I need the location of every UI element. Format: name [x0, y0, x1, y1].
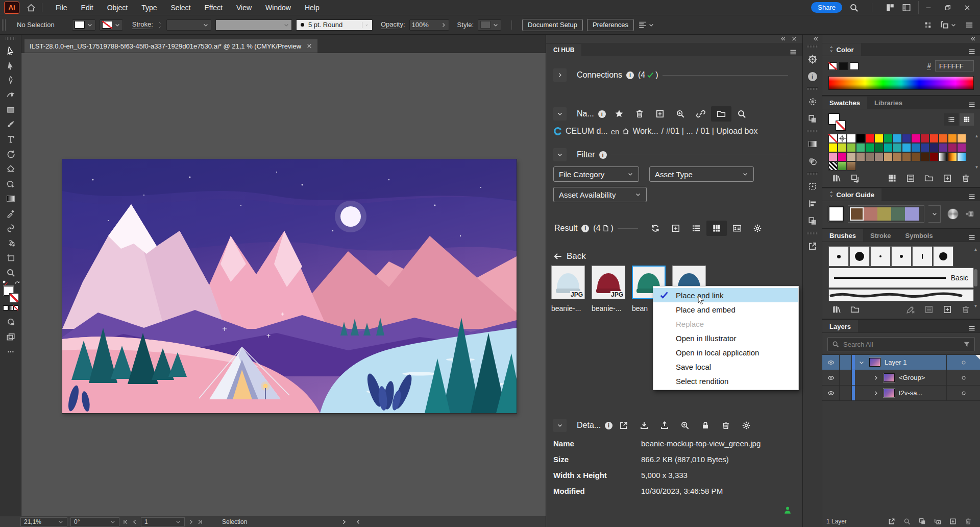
- color-swatch[interactable]: [893, 143, 902, 152]
- workspace-switcher-icon[interactable]: [902, 3, 911, 12]
- next-artboard-icon[interactable]: [188, 519, 194, 525]
- collapse-filter-button[interactable]: [553, 148, 567, 161]
- zoom-detail-icon[interactable]: [675, 418, 695, 433]
- info-icon[interactable]: i: [605, 422, 612, 429]
- color-swatch[interactable]: [920, 152, 929, 161]
- details-settings-icon[interactable]: [736, 418, 756, 433]
- layer-name[interactable]: <Group>: [899, 374, 925, 381]
- delete-layer-icon[interactable]: [961, 518, 976, 525]
- panel-grip[interactable]: [807, 87, 818, 90]
- status-expand-icon[interactable]: [355, 519, 361, 525]
- hex-value-field[interactable]: FFFFFF: [935, 60, 974, 71]
- pen-tool[interactable]: [3, 73, 18, 87]
- document-setup-button[interactable]: Document Setup: [522, 19, 583, 31]
- tab-symbols[interactable]: Symbols: [898, 229, 940, 242]
- color-swatch[interactable]: [939, 143, 948, 152]
- asset-availability-dropdown[interactable]: Asset Availability: [553, 187, 647, 202]
- charcoal-brush-row[interactable]: [828, 289, 974, 301]
- stroke-weight-dropdown[interactable]: [166, 19, 211, 31]
- breadcrumb-folder[interactable]: / #01 | ...: [662, 127, 693, 136]
- menu-window[interactable]: Window: [265, 4, 291, 12]
- color-swatch[interactable]: [939, 134, 948, 143]
- search-icon[interactable]: [849, 3, 859, 12]
- expand-layer-icon[interactable]: [869, 375, 883, 381]
- color-swatch[interactable]: [847, 161, 856, 171]
- layer-thumbnail[interactable]: [884, 389, 895, 397]
- info-icon[interactable]: i: [598, 110, 606, 118]
- delete-brush-icon[interactable]: [957, 304, 975, 315]
- color-swatch[interactable]: [902, 143, 911, 152]
- refresh-icon[interactable]: [645, 221, 666, 236]
- more-tools-button[interactable]: [3, 344, 18, 359]
- context-menu-item[interactable]: Select rendition: [653, 374, 798, 388]
- brush-definition-dropdown[interactable]: [215, 19, 292, 31]
- info-icon[interactable]: i: [626, 71, 634, 79]
- color-swatch[interactable]: [911, 152, 920, 161]
- panel-menu-icon[interactable]: [789, 48, 797, 56]
- first-artboard-icon[interactable]: [122, 519, 129, 525]
- color-swatch[interactable]: [948, 143, 957, 152]
- swatch-none[interactable]: [828, 134, 838, 143]
- layout-options-icon[interactable]: [940, 20, 949, 30]
- opacity-field[interactable]: 100%: [409, 19, 449, 31]
- color-swatch[interactable]: [856, 134, 865, 143]
- gradient-tool[interactable]: [3, 191, 18, 206]
- open-external-icon[interactable]: [614, 418, 634, 433]
- cc-libraries-icon[interactable]: [846, 304, 864, 315]
- swatch-kinds-icon[interactable]: [883, 173, 901, 184]
- basic-brush-row[interactable]: Basic: [828, 268, 974, 288]
- color-swatch[interactable]: [838, 161, 847, 171]
- delete-swatch-icon[interactable]: [957, 173, 975, 184]
- layers-search[interactable]: [827, 337, 975, 351]
- color-swatch[interactable]: [874, 134, 884, 143]
- color-swatch[interactable]: [865, 152, 874, 161]
- add-folder-icon[interactable]: [650, 106, 670, 122]
- menu-object[interactable]: Object: [107, 4, 128, 12]
- panel-menu-icon[interactable]: [968, 324, 976, 332]
- new-swatch-icon[interactable]: [938, 173, 957, 184]
- color-swatch[interactable]: [856, 143, 865, 152]
- panel-menu-icon[interactable]: [968, 101, 976, 109]
- swatch-libraries-icon[interactable]: [827, 173, 846, 184]
- browse-folder-icon[interactable]: [711, 106, 731, 122]
- info-icon[interactable]: i: [599, 151, 607, 159]
- locate-object-icon[interactable]: [899, 518, 915, 525]
- asset-thumbnail[interactable]: JPG: [592, 266, 625, 299]
- collapse-details-button[interactable]: [553, 419, 567, 432]
- restore-button[interactable]: [938, 1, 958, 14]
- zoom-in-icon[interactable]: [670, 106, 691, 122]
- calligraphic-brush[interactable]: [891, 246, 912, 267]
- lock-column[interactable]: [840, 355, 852, 370]
- tab-color[interactable]: ⌃⌄ Color: [822, 43, 861, 56]
- panel-grip[interactable]: [2, 19, 6, 31]
- color-swatch[interactable]: [939, 152, 948, 161]
- color-swatch[interactable]: [911, 134, 920, 143]
- grid-view-icon[interactable]: [706, 221, 727, 236]
- breadcrumb[interactable]: CELUM d... en Work... / #01 | ... / 01 |…: [546, 127, 802, 136]
- result-settings-icon[interactable]: [747, 221, 768, 236]
- color-swatch[interactable]: [920, 134, 929, 143]
- swatch-themes-icon[interactable]: [846, 173, 864, 184]
- paragraph-options-icon[interactable]: [638, 20, 647, 30]
- upload-icon[interactable]: [654, 418, 675, 433]
- layer-row[interactable]: <Group>: [822, 370, 980, 386]
- color-swatch[interactable]: [929, 143, 939, 152]
- layer-row[interactable]: t2v-sa...: [822, 386, 980, 401]
- harmony-color-chip[interactable]: [864, 207, 877, 221]
- tab-layers[interactable]: Layers: [822, 320, 858, 332]
- fill-stroke-indicator[interactable]: [3, 283, 18, 300]
- swatch-list-view-icon[interactable]: [944, 113, 959, 126]
- layer-name[interactable]: t2v-sa...: [899, 389, 922, 397]
- context-menu-item[interactable]: Save local: [653, 360, 798, 374]
- stroke-label[interactable]: Stroke:: [132, 20, 153, 29]
- last-artboard-icon[interactable]: [197, 519, 203, 525]
- harmony-color-chip[interactable]: [905, 207, 919, 221]
- color-swatch[interactable]: [957, 143, 966, 152]
- shaper-tool[interactable]: [3, 176, 18, 191]
- expand-layer-icon[interactable]: [869, 390, 883, 396]
- eraser-tool[interactable]: [3, 161, 18, 176]
- visibility-eye-icon[interactable]: [822, 355, 840, 370]
- eyedropper-tool[interactable]: [3, 206, 18, 221]
- lock-column[interactable]: [840, 370, 852, 385]
- stroke-color-dropdown[interactable]: [100, 19, 123, 31]
